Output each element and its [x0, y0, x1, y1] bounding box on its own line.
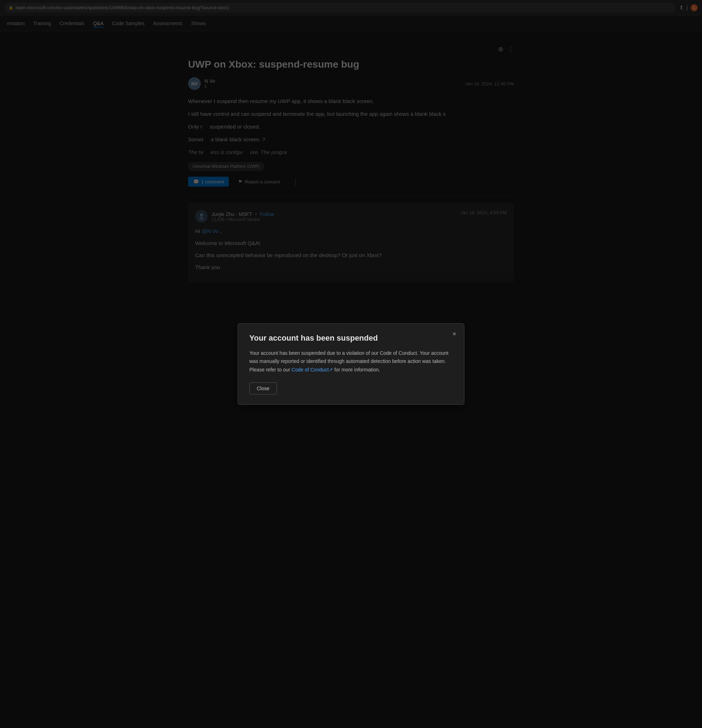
modal-body: Your account has been suspended due to a…	[249, 349, 453, 374]
suspension-modal: Your account has been suspended × Your a…	[238, 323, 464, 404]
code-of-conduct-link[interactable]: Code of Conduct↗	[291, 367, 333, 373]
modal-title: Your account has been suspended	[249, 334, 453, 343]
external-link-icon: ↗	[329, 367, 333, 373]
modal-footer: Close	[249, 383, 453, 394]
modal-overlay[interactable]: Your account has been suspended × Your a…	[0, 0, 702, 728]
modal-body-text2: for more information.	[333, 367, 380, 373]
close-modal-button[interactable]: Close	[249, 383, 277, 394]
modal-close-button[interactable]: ×	[450, 329, 458, 338]
